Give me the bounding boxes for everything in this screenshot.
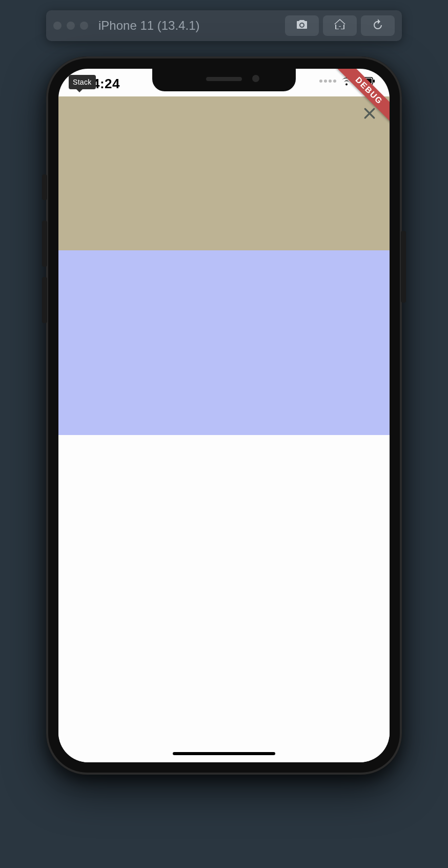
- svg-rect-2: [373, 80, 375, 83]
- cellular-signal-icon: [319, 80, 336, 83]
- top-panel: [58, 96, 390, 250]
- device-screen: Stack 4:24 DEBUG: [58, 69, 390, 762]
- home-icon: [334, 18, 346, 33]
- power-button[interactable]: [401, 231, 406, 303]
- status-time: 4:24: [92, 76, 120, 92]
- window-close-dot[interactable]: [53, 22, 62, 30]
- home-indicator[interactable]: [173, 752, 275, 755]
- volume-up-button[interactable]: [42, 221, 47, 267]
- toolbar: [285, 15, 395, 36]
- stack-tooltip: Stack: [69, 75, 96, 89]
- screenshot-button[interactable]: [285, 15, 319, 36]
- rotate-icon: [372, 18, 384, 33]
- window-controls: [53, 22, 88, 30]
- bottom-panel: [58, 435, 390, 762]
- simulator-titlebar: iPhone 11 (13.4.1): [46, 10, 402, 41]
- window-title: iPhone 11 (13.4.1): [93, 18, 280, 33]
- camera-icon: [296, 18, 308, 33]
- middle-panel: [58, 250, 390, 435]
- volume-down-button[interactable]: [42, 277, 47, 323]
- close-icon: [362, 106, 377, 123]
- device-frame: Stack 4:24 DEBUG: [46, 56, 402, 775]
- rotate-button[interactable]: [361, 15, 395, 36]
- window-zoom-dot[interactable]: [80, 22, 88, 30]
- app-body: [58, 96, 390, 762]
- window-minimize-dot[interactable]: [67, 22, 75, 30]
- notch: [152, 69, 296, 91]
- home-button[interactable]: [323, 15, 357, 36]
- mute-switch[interactable]: [42, 174, 47, 200]
